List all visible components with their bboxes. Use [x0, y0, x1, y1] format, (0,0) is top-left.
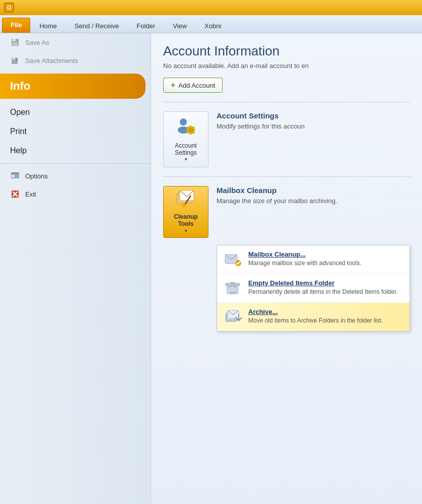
- tab-xobni[interactable]: Xobni: [196, 19, 230, 33]
- svg-rect-6: [11, 172, 19, 174]
- empty-deleted-content: Empty Deleted Items Folder Permanently d…: [248, 279, 398, 296]
- dropdown-item-mailbox-cleanup[interactable]: Mailbox Cleanup... Manage mailbox size w…: [217, 245, 409, 274]
- empty-deleted-icon: [224, 279, 242, 297]
- svg-point-13: [190, 129, 192, 131]
- mailbox-cleanup-icon: [224, 250, 242, 269]
- cleanup-tools-icon: [176, 191, 196, 211]
- dropdown-item-archive[interactable]: Archive... Move old items to Archive Fol…: [217, 303, 409, 331]
- svg-rect-17: [193, 130, 195, 131]
- main-area: Save As Save Attachments Info Open: [0, 33, 422, 504]
- svg-rect-1: [13, 39, 16, 41]
- mailbox-cleanup-content: Mailbox Cleanup... Manage mailbox size w…: [248, 250, 362, 268]
- cleanup-tools-label: Cleanup Tools: [168, 213, 204, 228]
- tab-home[interactable]: Home: [31, 19, 65, 33]
- sidebar-item-exit[interactable]: Exit: [0, 185, 151, 203]
- sidebar: Save As Save Attachments Info Open: [0, 33, 151, 504]
- add-account-button[interactable]: + Add Account: [163, 78, 223, 93]
- section-divider-2: [163, 176, 410, 177]
- cleanup-tools-button[interactable]: Cleanup Tools ▾: [163, 186, 208, 238]
- sidebar-item-open[interactable]: Open: [0, 103, 151, 122]
- save-as-icon: [10, 37, 20, 47]
- plus-icon: +: [171, 81, 175, 90]
- account-settings-button[interactable]: Account Settings ▾: [163, 111, 208, 167]
- tab-folder[interactable]: Folder: [128, 19, 164, 33]
- svg-point-9: [180, 118, 187, 125]
- save-attachments-icon: [10, 55, 20, 66]
- sidebar-item-options[interactable]: Options: [0, 167, 151, 185]
- ribbon-tabs: File Home Send / Receive Folder View Xob…: [0, 15, 422, 33]
- svg-rect-16: [186, 130, 188, 131]
- account-settings-icon: [176, 117, 196, 140]
- svg-rect-7: [12, 175, 14, 177]
- options-icon: [10, 171, 20, 181]
- sidebar-item-info[interactable]: Info: [0, 74, 146, 99]
- tab-file[interactable]: File: [2, 18, 30, 33]
- sidebar-item-save-as[interactable]: Save As: [0, 33, 151, 51]
- title-bar: O: [0, 0, 422, 15]
- account-settings-description: Account Settings Modify settings for thi…: [217, 111, 410, 131]
- archive-content: Archive... Move old items to Archive Fol…: [248, 308, 383, 325]
- tab-view[interactable]: View: [164, 19, 195, 33]
- cleanup-dropdown-panel: Mailbox Cleanup... Manage mailbox size w…: [217, 245, 410, 332]
- section-divider-1: [163, 102, 410, 102]
- account-settings-dropdown-arrow: ▾: [185, 157, 187, 162]
- cleanup-tools-dropdown-arrow: ▾: [185, 228, 187, 233]
- account-settings-label: Account Settings: [169, 142, 203, 156]
- svg-rect-15: [190, 133, 192, 135]
- cleanup-tools-row: Cleanup Tools ▾ Mailbox Cleanup Manage t…: [163, 186, 410, 238]
- tab-send-receive[interactable]: Send / Receive: [66, 19, 127, 33]
- sidebar-item-print[interactable]: Print: [0, 122, 151, 141]
- dropdown-item-empty-deleted[interactable]: Empty Deleted Items Folder Permanently d…: [217, 274, 409, 303]
- svg-rect-2: [13, 43, 18, 45]
- svg-rect-14: [190, 125, 192, 128]
- page-title: Account Information: [163, 43, 410, 59]
- cleanup-tools-description: Mailbox Cleanup Manage the size of your …: [217, 186, 410, 206]
- svg-rect-4: [13, 57, 15, 59]
- outlook-logo-icon: O: [4, 3, 14, 13]
- exit-icon: [10, 189, 20, 199]
- sidebar-item-save-attachments[interactable]: Save Attachments: [0, 51, 151, 70]
- content-subtitle: No account available. Add an e-mail acco…: [163, 62, 410, 70]
- sidebar-divider: [0, 163, 151, 164]
- sidebar-item-help[interactable]: Help: [0, 141, 151, 160]
- content-area: Account Information No account available…: [151, 33, 422, 504]
- account-settings-row: Account Settings ▾ Account Settings Modi…: [163, 111, 410, 167]
- archive-icon: [224, 308, 242, 326]
